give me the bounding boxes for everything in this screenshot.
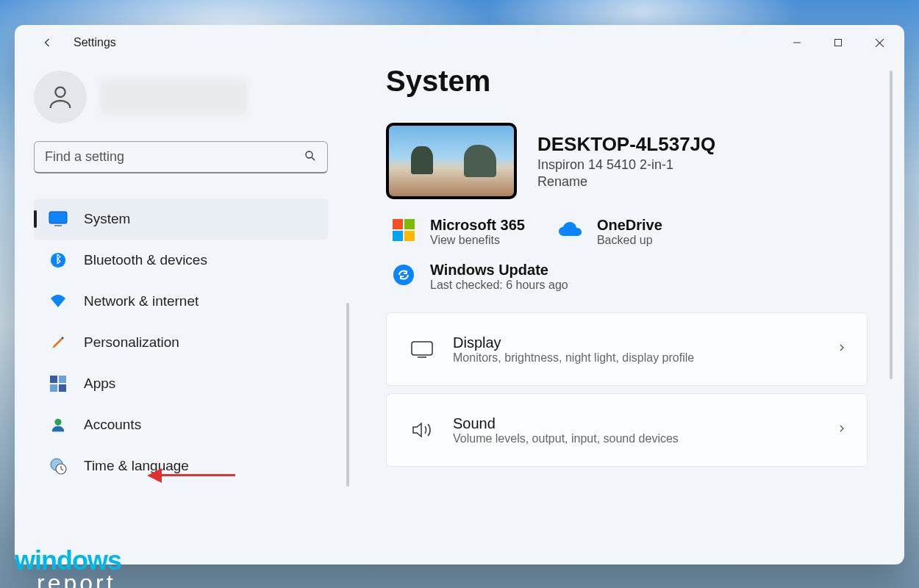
arrow-left-icon bbox=[40, 35, 54, 50]
tile-title: Windows Update bbox=[430, 262, 568, 279]
svg-rect-5 bbox=[54, 225, 62, 226]
svg-rect-9 bbox=[50, 384, 57, 392]
sidebar-item-label: Accounts bbox=[84, 417, 141, 433]
nav-list: System Bluetooth & devices Network & int… bbox=[34, 198, 342, 487]
sidebar-item-label: Bluetooth & devices bbox=[84, 252, 207, 268]
svg-point-11 bbox=[54, 419, 61, 426]
account-icon bbox=[49, 415, 68, 434]
svg-rect-0 bbox=[835, 40, 842, 46]
window-title: Settings bbox=[74, 36, 116, 49]
sidebar-item-apps[interactable]: Apps bbox=[34, 363, 328, 404]
minimize-icon bbox=[793, 38, 801, 47]
sidebar-item-system[interactable]: System bbox=[34, 198, 328, 240]
titlebar: Settings bbox=[15, 25, 904, 60]
svg-rect-3 bbox=[49, 212, 67, 223]
svg-point-14 bbox=[393, 265, 414, 285]
minimize-button[interactable] bbox=[776, 28, 818, 57]
display-icon bbox=[406, 340, 438, 359]
tile-windows-update[interactable]: Windows Update Last checked: 6 hours ago bbox=[390, 262, 568, 292]
sidebar-item-accounts[interactable]: Accounts bbox=[34, 404, 328, 445]
card-title: Sound bbox=[453, 415, 836, 432]
tile-title: Microsoft 365 bbox=[430, 217, 525, 234]
tile-title: OneDrive bbox=[597, 217, 662, 234]
sidebar-item-label: Network & internet bbox=[84, 293, 199, 309]
pc-info-block: DESKTOP-4L537JQ Inspiron 14 5410 2-in-1 … bbox=[386, 123, 868, 199]
main-panel: System DESKTOP-4L537JQ Inspiron 14 5410 … bbox=[349, 60, 904, 564]
pc-wallpaper-thumbnail bbox=[386, 123, 517, 199]
sound-icon bbox=[406, 420, 438, 440]
search-icon bbox=[304, 149, 317, 165]
svg-rect-8 bbox=[59, 376, 66, 383]
tile-subtitle: View benefits bbox=[430, 234, 525, 247]
paintbrush-icon bbox=[49, 333, 68, 352]
maximize-button[interactable] bbox=[818, 28, 859, 57]
window-controls bbox=[776, 28, 900, 57]
pc-model: Inspiron 14 5410 2-in-1 bbox=[537, 157, 715, 173]
card-subtitle: Monitors, brightness, night light, displ… bbox=[453, 351, 836, 365]
sidebar-item-label: System bbox=[84, 211, 130, 227]
pc-name: DESKTOP-4L537JQ bbox=[537, 133, 715, 156]
watermark-line2: report bbox=[37, 573, 121, 588]
back-button[interactable] bbox=[31, 28, 63, 57]
wifi-icon bbox=[49, 292, 68, 311]
maximize-icon bbox=[834, 38, 843, 47]
tile-subtitle: Backed up bbox=[597, 234, 662, 247]
sidebar-item-label: Personalization bbox=[84, 334, 179, 351]
sidebar-item-bluetooth[interactable]: Bluetooth & devices bbox=[34, 240, 328, 281]
person-icon bbox=[46, 82, 75, 112]
card-title: Display bbox=[453, 334, 836, 351]
card-subtitle: Volume levels, output, input, sound devi… bbox=[453, 432, 836, 445]
search-box[interactable] bbox=[34, 141, 328, 173]
sidebar-item-personalization[interactable]: Personalization bbox=[34, 322, 328, 363]
card-sound[interactable]: Sound Volume levels, output, input, soun… bbox=[386, 393, 868, 467]
account-block[interactable] bbox=[34, 71, 342, 123]
close-icon bbox=[875, 38, 884, 48]
settings-window: Settings bbox=[15, 25, 904, 564]
svg-rect-10 bbox=[59, 384, 66, 392]
close-button[interactable] bbox=[859, 28, 900, 57]
sync-icon bbox=[390, 262, 417, 288]
main-scrollbar[interactable] bbox=[890, 71, 893, 379]
avatar bbox=[34, 71, 87, 123]
microsoft-logo-icon bbox=[393, 219, 415, 241]
clock-globe-icon bbox=[49, 456, 68, 476]
sidebar-item-label: Apps bbox=[84, 376, 115, 392]
sidebar: System Bluetooth & devices Network & int… bbox=[15, 60, 349, 564]
tile-onedrive[interactable]: OneDrive Backed up bbox=[557, 217, 662, 247]
watermark: windows report bbox=[15, 549, 121, 588]
sidebar-item-label: Time & language bbox=[84, 458, 189, 474]
search-input[interactable] bbox=[45, 149, 304, 165]
bluetooth-icon bbox=[49, 251, 68, 270]
card-display[interactable]: Display Monitors, brightness, night ligh… bbox=[386, 312, 868, 386]
chevron-right-icon bbox=[836, 342, 848, 356]
rename-pc-link[interactable]: Rename bbox=[537, 174, 715, 190]
tile-subtitle: Last checked: 6 hours ago bbox=[430, 279, 568, 292]
settings-card-list: Display Monitors, brightness, night ligh… bbox=[386, 312, 868, 467]
onedrive-icon bbox=[557, 217, 584, 243]
chevron-right-icon bbox=[836, 423, 848, 437]
svg-rect-7 bbox=[50, 376, 57, 383]
sidebar-item-time-language[interactable]: Time & language bbox=[34, 445, 328, 487]
svg-point-2 bbox=[306, 151, 312, 158]
monitor-icon bbox=[49, 209, 68, 229]
svg-rect-15 bbox=[412, 342, 432, 355]
apps-icon bbox=[49, 374, 68, 393]
page-title: System bbox=[386, 65, 868, 98]
tile-microsoft-365[interactable]: Microsoft 365 View benefits bbox=[390, 217, 525, 247]
sidebar-item-network[interactable]: Network & internet bbox=[34, 281, 328, 322]
account-name-redacted bbox=[100, 79, 247, 115]
svg-point-1 bbox=[55, 87, 65, 97]
